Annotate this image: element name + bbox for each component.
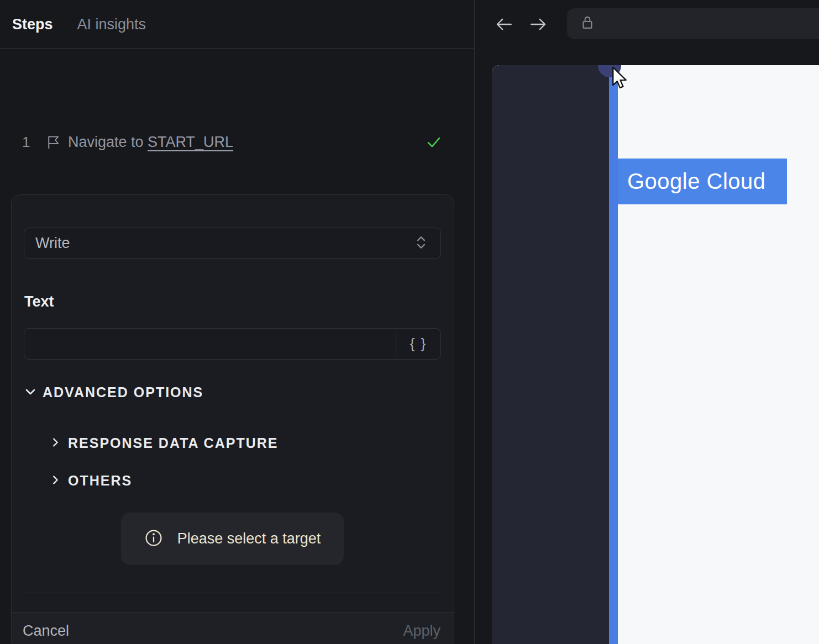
footer-divider xyxy=(23,593,441,593)
step-number: 1 xyxy=(22,134,30,151)
text-input-group: { } xyxy=(24,328,441,360)
step-row[interactable]: 1 Navigate to START_URL xyxy=(0,126,474,157)
step-title-text: Navigate to xyxy=(68,134,148,150)
section-label: OTHERS xyxy=(68,473,132,489)
action-select[interactable]: Write xyxy=(24,228,441,259)
editor-footer: Cancel Apply xyxy=(12,612,454,644)
step-editor-card: Write Text { } ADVA xyxy=(11,194,454,644)
start-url-link[interactable]: START_URL xyxy=(148,134,233,150)
text-input[interactable] xyxy=(24,329,396,359)
text-field-label: Text xyxy=(24,293,54,310)
padlock-icon xyxy=(580,14,595,33)
notice-text: Please select a target xyxy=(177,530,321,547)
apply-button[interactable]: Apply xyxy=(403,622,440,640)
forward-button[interactable] xyxy=(529,15,548,34)
chevron-up-down-icon xyxy=(415,235,427,252)
highlighted-element-label: Google Cloud xyxy=(627,169,766,194)
insert-variable-button[interactable]: { } xyxy=(396,329,440,359)
tab-steps[interactable]: Steps xyxy=(12,16,53,33)
check-icon xyxy=(426,134,442,152)
preview-page-content xyxy=(618,65,819,644)
highlighted-element[interactable]: Google Cloud xyxy=(618,159,787,204)
info-icon xyxy=(144,529,163,550)
back-button[interactable] xyxy=(495,15,513,34)
flag-icon xyxy=(45,134,62,153)
action-select-value: Write xyxy=(35,235,70,252)
chevron-right-icon xyxy=(49,436,61,451)
chevron-down-icon xyxy=(24,385,37,400)
url-bar[interactable] xyxy=(567,8,819,39)
page-preview[interactable]: Google Cloud xyxy=(492,65,819,644)
cancel-button[interactable]: Cancel xyxy=(23,622,69,640)
advanced-options-label: ADVANCED OPTIONS xyxy=(43,384,203,400)
browser-panel: Google Cloud xyxy=(475,0,819,644)
highlighted-sidebar-edge xyxy=(609,65,618,644)
steps-panel: 1 Navigate to START_URL Write xyxy=(0,49,474,644)
section-response-data-capture[interactable]: RESPONSE DATA CAPTURE xyxy=(49,435,278,451)
app-root: Steps AI insights 1 Navigate to START_UR… xyxy=(0,0,819,644)
section-others[interactable]: OTHERS xyxy=(49,473,132,489)
chevron-right-icon xyxy=(49,473,61,489)
select-target-notice: Please select a target xyxy=(121,513,344,565)
tab-bar: Steps AI insights xyxy=(12,0,146,49)
advanced-options-toggle[interactable]: ADVANCED OPTIONS xyxy=(24,384,203,400)
tab-ai-insights[interactable]: AI insights xyxy=(77,16,146,33)
browser-nav xyxy=(495,0,548,49)
step-title: Navigate to START_URL xyxy=(68,134,233,151)
cursor-icon xyxy=(608,66,631,92)
section-label: RESPONSE DATA CAPTURE xyxy=(68,435,278,451)
preview-site-sidebar xyxy=(492,65,609,644)
